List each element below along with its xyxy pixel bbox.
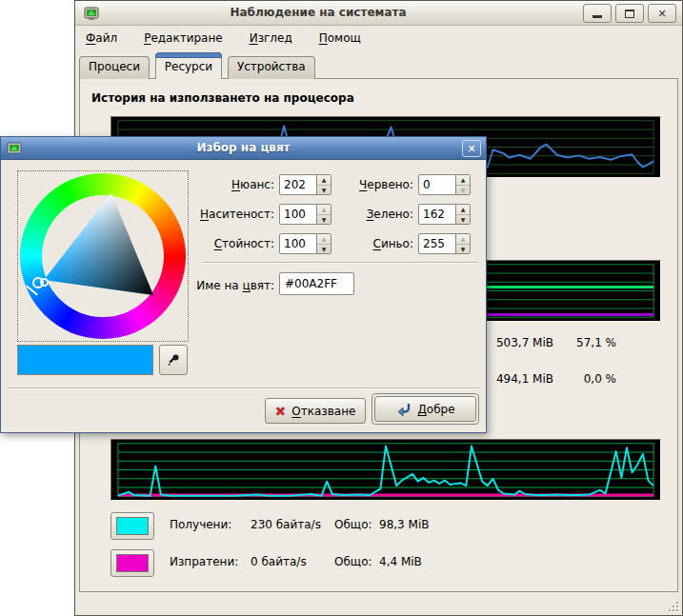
maximize-button[interactable]: [615, 4, 644, 23]
color-wheel[interactable]: [17, 170, 189, 342]
ok-label: Добре: [417, 403, 454, 416]
selected-color-preview: [17, 345, 153, 375]
eyedropper-button[interactable]: [159, 345, 188, 375]
sent-color-swatch: [116, 554, 149, 572]
menu-edit[interactable]: Редактиране: [135, 28, 231, 49]
blue-label: Синьо:: [325, 237, 413, 250]
close-icon: ✕: [657, 8, 666, 20]
tab-processes[interactable]: Процеси: [79, 56, 150, 79]
sent-total: 4,4 MiB: [379, 555, 422, 568]
blue-value[interactable]: 255: [419, 234, 455, 253]
value-label: Стойност:: [182, 237, 274, 250]
menu-view[interactable]: Изглед: [241, 28, 301, 49]
menu-help[interactable]: Помощ: [311, 28, 370, 49]
value-spinbox[interactable]: 100 ▲▼: [279, 233, 331, 254]
minimize-icon: [593, 15, 602, 18]
red-spin-up-icon[interactable]: ▲: [456, 175, 470, 186]
memory-used-percent: 57,1 %: [550, 336, 616, 349]
maximize-icon: [625, 10, 634, 18]
color-picker-dialog: Избор на цвят ✕: [0, 136, 487, 433]
received-total: 98,3 MiB: [379, 518, 429, 531]
action-separator: [9, 387, 480, 389]
saturation-spinbox[interactable]: 100 ▲▼: [279, 204, 331, 225]
sv-triangle[interactable]: [18, 171, 188, 341]
network-history-chart: [110, 439, 661, 501]
received-total-label: Общо:: [334, 518, 372, 531]
blue-spinbox[interactable]: 255 ▲▼: [418, 233, 471, 254]
hue-label: Нюанс:: [182, 178, 274, 191]
window-controls: ✕: [583, 4, 676, 23]
received-rate: 230 байта/s: [251, 518, 321, 531]
value-value[interactable]: 100: [280, 234, 316, 253]
received-color-button[interactable]: [110, 512, 154, 540]
sent-total-label: Общо:: [334, 555, 372, 568]
blue-spin-up-icon[interactable]: ▲: [456, 234, 470, 245]
minimize-button[interactable]: [583, 4, 612, 23]
dialog-close-icon: ✕: [467, 143, 475, 155]
color-name-label: Име на цвят:: [163, 279, 274, 292]
eyedropper-icon: [166, 352, 181, 368]
sv-selector[interactable]: [40, 278, 49, 287]
sent-label: Изпратени:: [170, 555, 238, 568]
app-icon: [84, 6, 99, 21]
tab-devices[interactable]: Устройства: [228, 56, 315, 79]
ok-enter-icon: [395, 402, 412, 417]
green-spin-up-icon[interactable]: ▲: [456, 205, 470, 215]
menubar: Файл Редактиране Изглед Помощ: [77, 27, 379, 50]
cancel-label: Отказване: [291, 405, 355, 418]
resize-grip[interactable]: [665, 598, 678, 611]
red-spinbox[interactable]: 0 ▲▼: [418, 174, 471, 195]
main-titlebar[interactable]: Наблюдение на системата ✕: [75, 1, 682, 26]
menu-file[interactable]: Файл: [77, 28, 126, 49]
hue-value[interactable]: 202: [280, 175, 316, 194]
tab-strip: Процеси Ресурси Устройства: [79, 52, 678, 79]
color-name-input[interactable]: #00A2FF: [279, 272, 354, 295]
blue-spin-down-icon[interactable]: ▼: [456, 245, 470, 254]
green-label: Зелено:: [325, 208, 413, 221]
red-spin-down-icon[interactable]: ▼: [456, 186, 470, 195]
red-label: Червено:: [325, 178, 413, 191]
dialog-title: Избор на цвят: [1, 141, 486, 154]
ok-button[interactable]: Добре: [374, 396, 476, 422]
dialog-close-button[interactable]: ✕: [462, 140, 481, 157]
green-spin-down-icon[interactable]: ▼: [456, 215, 470, 225]
window-title: Наблюдение на системата: [171, 6, 466, 19]
sent-color-button[interactable]: [110, 549, 154, 577]
received-color-swatch: [116, 517, 149, 535]
saturation-value[interactable]: 100: [280, 205, 316, 224]
tab-resources[interactable]: Ресурси: [155, 52, 222, 79]
saturation-label: Наситеност:: [182, 208, 274, 221]
desktop: Наблюдение на системата ✕ Файл Редактира…: [0, 0, 683, 616]
cancel-button[interactable]: ✖ Отказване: [265, 398, 366, 424]
dialog-titlebar[interactable]: Избор на цвят ✕: [1, 137, 486, 160]
cancel-icon: ✖: [275, 404, 287, 419]
ok-button-focus-ring: Добре: [372, 393, 479, 425]
swap-used-percent: 0,0 %: [550, 372, 616, 386]
red-value[interactable]: 0: [419, 175, 455, 194]
cpu-history-title: История на използването на процесора: [91, 91, 354, 105]
sent-rate: 0 байта/s: [251, 555, 307, 568]
green-value[interactable]: 162: [419, 205, 455, 224]
hue-spinbox[interactable]: 202 ▲▼: [279, 174, 331, 195]
close-button[interactable]: ✕: [648, 4, 676, 23]
green-spinbox[interactable]: 162 ▲▼: [418, 204, 471, 225]
received-label: Получени:: [170, 518, 231, 531]
fields-separator: [203, 262, 477, 264]
